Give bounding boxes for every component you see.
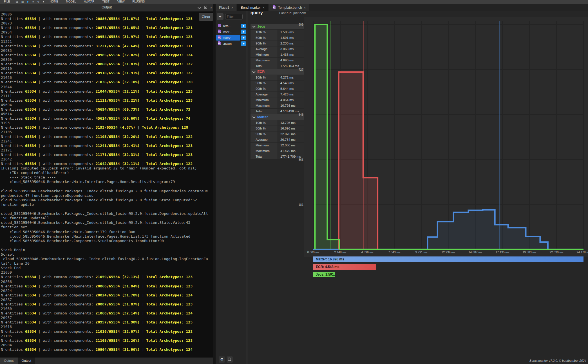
benchmark-item-body[interactable]: query (216, 35, 240, 41)
benchmark-item-spawn[interactable]: spawn (216, 41, 246, 46)
x-axis-label: 17.135 ms (490, 251, 515, 254)
log-line: N entities 65534 | with common component… (1, 80, 213, 84)
stat-row: 10th %13.795 ms (251, 120, 307, 126)
log-line: cloud_5853950046.Benchmarker.Packages._I… (1, 211, 213, 216)
settings-gear-icon[interactable]: ⚙ (219, 356, 225, 363)
document-tab-template-bench[interactable]: Template.bench× (269, 4, 309, 11)
filter-input[interactable] (225, 14, 243, 19)
menu-plugins[interactable]: PLUGINS (128, 0, 149, 4)
benchmark-item-inser[interactable]: inser… (216, 29, 246, 35)
log-line: N entities 65534 | with common component… (1, 347, 213, 352)
save-icon[interactable]: ▥ (20, 0, 26, 4)
stats-section-name: Jecs (257, 24, 265, 28)
stat-label: Total (251, 154, 278, 159)
log-line: cloud_5853950046.Benchmarker.Packages._I… (1, 189, 213, 193)
clear-button[interactable]: Clear (199, 13, 213, 21)
stat-label: Maximum (251, 58, 278, 63)
y-axis-label: 909 (294, 23, 303, 26)
log-line: N entities 65534 | with common component… (1, 71, 213, 75)
log-line: 20985 (1, 48, 213, 53)
log-line: N entities 65534 | with common component… (1, 320, 213, 325)
document-tab-benchmarker[interactable]: Benchmarker× (237, 4, 268, 11)
log-line: N entities 65534 | with common component… (1, 44, 213, 48)
stat-row: Average26.764 ms (251, 137, 307, 142)
benchmark-item-body[interactable]: Tem… (216, 23, 240, 29)
close-icon[interactable]: × (209, 5, 213, 10)
tab-close-icon[interactable]: × (231, 6, 233, 9)
stat-label: 90th % (251, 41, 278, 46)
log-line: 20873 (1, 21, 213, 26)
y-axis-label: 545 (294, 113, 303, 116)
benchmark-item-query[interactable]: query (216, 35, 246, 41)
log-line: (ID: computedCallbackError) (1, 171, 213, 175)
output-tab-2[interactable]: Output (18, 358, 35, 364)
run-benchmark-button[interactable] (241, 30, 246, 34)
log-line: Stack End (1, 266, 213, 270)
menu-test[interactable]: TEST (98, 0, 113, 4)
benchmark-item-body[interactable]: inser… (216, 29, 240, 35)
new-file-icon[interactable]: ▤ (14, 0, 20, 4)
legend-label: Jecs: 1.591… (313, 273, 335, 276)
run-benchmark-button[interactable] (241, 24, 246, 28)
add-benchmark-button[interactable]: + (217, 13, 223, 20)
x-axis-label: 0.000 ms (301, 251, 326, 254)
log-line: N entities 65534 | with common component… (1, 302, 213, 307)
benchmark-item-tem[interactable]: Tem… (216, 23, 246, 29)
x-axis-label: 14.687 ms (463, 251, 488, 254)
run-benchmark-button[interactable] (241, 41, 246, 46)
log-line: 21105 (1, 334, 213, 338)
collapse-icon[interactable] (197, 5, 202, 10)
log-line: N entities 65534 | with common component… (1, 17, 213, 21)
menu-file[interactable]: FILE (0, 0, 14, 4)
log-line: cloud_5853950046.Benchmarker.Packages._I… (1, 198, 213, 202)
log-line: N entities 65534 | with common component… (1, 153, 213, 157)
undo-icon[interactable]: ↺ (36, 0, 41, 4)
log-line: N entities 65534 | with common component… (1, 311, 213, 316)
menu-model[interactable]: MODEL (62, 0, 80, 4)
menu-home[interactable]: HOME (46, 0, 62, 4)
output-tab-1[interactable]: Output (0, 358, 18, 364)
stat-label: Total (251, 109, 278, 114)
docs-book-icon[interactable] (227, 356, 233, 363)
output-bottom-tabbar: Output Output (0, 358, 213, 364)
stat-value: 4.054 ms (278, 97, 307, 103)
sidebar-divider[interactable] (247, 11, 247, 364)
stat-value: 22.070 ms (278, 131, 307, 137)
benchmark-item-body[interactable]: spawn (216, 41, 240, 46)
stat-label: 50th % (251, 126, 278, 131)
legend-label: Matter: 16.896 ms (313, 257, 344, 261)
stat-label: Average (251, 92, 278, 97)
log-line (1, 184, 213, 189)
log-line (1, 243, 213, 248)
menu-view[interactable]: VIEW (113, 0, 129, 4)
log-line: function set (1, 225, 213, 229)
y-axis-label: 181 (294, 203, 303, 206)
x-axis-label: 24.478 ms (571, 251, 588, 254)
benchmark-item-label: query (223, 36, 231, 39)
log-line: 21059 (1, 270, 213, 275)
redo-dropdown-icon[interactable]: ▾ (41, 0, 46, 4)
log-line: 'cloud_5853950046.Benchmarker.Packages._… (1, 257, 213, 261)
stat-label: Minimum (251, 52, 278, 57)
stat-value: 16.896 ms (278, 126, 307, 131)
log-line: 21016 (1, 325, 213, 329)
stat-label: 10th % (251, 30, 278, 35)
benchmark-list: Tem…inser…queryspawn (216, 23, 246, 47)
tab-label: Template.bench (278, 6, 302, 10)
stats-table: Jecs10th %1.505 ms50th %1.591 ms90th %2.… (251, 24, 307, 160)
log-line: 21111 (1, 94, 213, 98)
chevron-down-icon (252, 24, 255, 28)
menu-avatar[interactable]: AVATAR (80, 0, 98, 4)
stat-row: Average3.063 ms (251, 46, 307, 52)
run-benchmark-button[interactable] (241, 35, 246, 40)
panel-splitter[interactable] (213, 4, 216, 364)
stat-label: 50th % (251, 35, 278, 41)
tab-close-icon[interactable]: × (304, 6, 306, 9)
benchmark-item-label: spawn (223, 42, 232, 45)
popout-icon[interactable] (203, 5, 208, 10)
play-icon[interactable]: ▶ (25, 0, 31, 4)
tab-close-icon[interactable]: × (263, 6, 265, 9)
stop-icon[interactable]: ■ (31, 0, 35, 4)
document-tab-place1[interactable]: Place1× (216, 4, 236, 11)
log-line: 20866 (1, 280, 213, 284)
